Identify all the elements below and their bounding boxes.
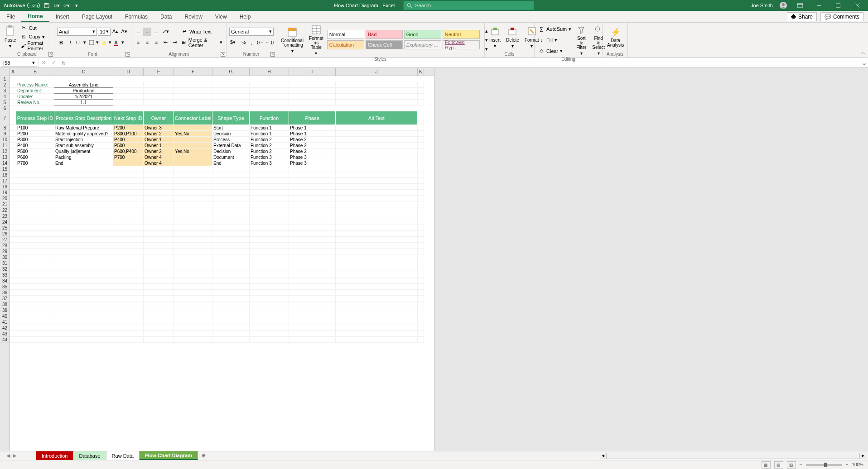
cell[interactable]	[113, 94, 144, 100]
cell[interactable]: Start sub assembly	[54, 143, 113, 148]
cell[interactable]	[212, 319, 250, 325]
cell[interactable]	[336, 284, 418, 290]
cell[interactable]	[336, 307, 418, 313]
cell[interactable]	[16, 254, 54, 260]
row-header[interactable]: 29	[0, 249, 10, 254]
cell[interactable]	[144, 325, 174, 331]
cell[interactable]	[54, 201, 113, 207]
cell[interactable]	[418, 284, 424, 290]
cell[interactable]	[10, 184, 16, 190]
cell[interactable]: 1/2/2021	[54, 94, 113, 100]
cell[interactable]	[113, 325, 144, 331]
cell[interactable]	[418, 307, 424, 313]
autosum-button[interactable]: ∑AutoSum ▾	[537, 25, 572, 33]
cell[interactable]	[174, 207, 212, 213]
cell[interactable]	[289, 190, 336, 196]
cell[interactable]	[174, 172, 212, 178]
row-header[interactable]: 36	[0, 290, 10, 296]
cell[interactable]	[250, 272, 289, 278]
collapse-ribbon-icon[interactable]: ︿	[861, 49, 865, 56]
tab-review[interactable]: Review	[178, 11, 208, 22]
style-followed-hyperlink[interactable]: Followed Hyp...	[443, 40, 480, 49]
cell[interactable]	[336, 260, 418, 266]
cell[interactable]	[289, 82, 336, 88]
cell[interactable]	[10, 131, 16, 137]
cell[interactable]	[54, 249, 113, 254]
cell[interactable]	[16, 201, 54, 207]
cell[interactable]	[174, 237, 212, 243]
cell[interactable]	[418, 137, 424, 143]
cell[interactable]	[113, 254, 144, 260]
cell[interactable]	[16, 307, 54, 313]
cell[interactable]	[250, 231, 289, 237]
row-header[interactable]: 30	[0, 254, 10, 260]
zoom-slider[interactable]	[806, 464, 842, 466]
cell[interactable]	[174, 184, 212, 190]
cell[interactable]: Decision	[212, 148, 250, 154]
cell[interactable]	[54, 172, 113, 178]
cell[interactable]	[54, 307, 113, 313]
cell[interactable]: Process Step ID	[16, 111, 54, 125]
cell[interactable]	[54, 331, 113, 337]
cell[interactable]	[212, 94, 250, 100]
row-header[interactable]: 24	[0, 219, 10, 225]
cell[interactable]: Process	[212, 137, 250, 143]
cell[interactable]	[10, 190, 16, 196]
cell[interactable]	[144, 201, 174, 207]
cell[interactable]	[336, 272, 418, 278]
row-header[interactable]: 6	[0, 105, 10, 111]
cell[interactable]	[289, 237, 336, 243]
cell[interactable]: Function 3	[250, 160, 289, 166]
accounting-format-icon[interactable]: $▾	[229, 38, 240, 47]
cell[interactable]	[174, 260, 212, 266]
font-dialog-icon[interactable]: ⤡	[125, 52, 130, 57]
cell[interactable]	[418, 313, 424, 319]
cell[interactable]: Owner 4	[144, 154, 174, 160]
column-header[interactable]: B	[16, 68, 54, 76]
row-header[interactable]: 37	[0, 296, 10, 302]
cell[interactable]	[336, 225, 418, 231]
cell[interactable]	[289, 260, 336, 266]
cell[interactable]: Decision	[212, 131, 250, 137]
cell[interactable]: Phase 3	[289, 154, 336, 160]
cell[interactable]	[16, 184, 54, 190]
cell[interactable]	[144, 231, 174, 237]
cell[interactable]	[418, 88, 424, 94]
new-sheet-button[interactable]: ⊕	[198, 451, 210, 460]
cell[interactable]	[212, 313, 250, 319]
row-header[interactable]: 3	[0, 88, 10, 94]
cell[interactable]	[174, 337, 212, 343]
cell[interactable]	[174, 190, 212, 196]
cell[interactable]	[113, 337, 144, 343]
cell[interactable]	[10, 302, 16, 307]
cell[interactable]	[212, 225, 250, 231]
cell[interactable]	[336, 313, 418, 319]
cell[interactable]	[418, 94, 424, 100]
cell[interactable]	[113, 243, 144, 249]
tab-help[interactable]: Help	[233, 11, 257, 22]
cell[interactable]	[336, 184, 418, 190]
cell[interactable]	[289, 201, 336, 207]
cell[interactable]	[289, 331, 336, 337]
cell[interactable]	[113, 178, 144, 184]
fill-color-button[interactable]: ▾	[101, 38, 112, 47]
cell[interactable]	[418, 166, 424, 172]
cell[interactable]: Phase 2	[289, 137, 336, 143]
percent-format-icon[interactable]: %	[241, 38, 247, 47]
cell[interactable]	[289, 207, 336, 213]
cell[interactable]: Start Injection	[54, 137, 113, 143]
cell[interactable]	[16, 266, 54, 272]
cell[interactable]: Process Step Description	[54, 111, 113, 125]
cell[interactable]	[174, 307, 212, 313]
cell[interactable]	[174, 272, 212, 278]
cell[interactable]	[10, 225, 16, 231]
cell[interactable]	[418, 249, 424, 254]
decrease-font-icon[interactable]: A▾	[120, 28, 128, 36]
cell[interactable]	[174, 313, 212, 319]
row-header[interactable]: 12	[0, 148, 10, 154]
row-header[interactable]: 31	[0, 260, 10, 266]
sheet-tab-database[interactable]: Database	[73, 451, 106, 460]
cell[interactable]: Update:	[16, 94, 54, 100]
cell[interactable]	[113, 266, 144, 272]
cell[interactable]	[10, 325, 16, 331]
